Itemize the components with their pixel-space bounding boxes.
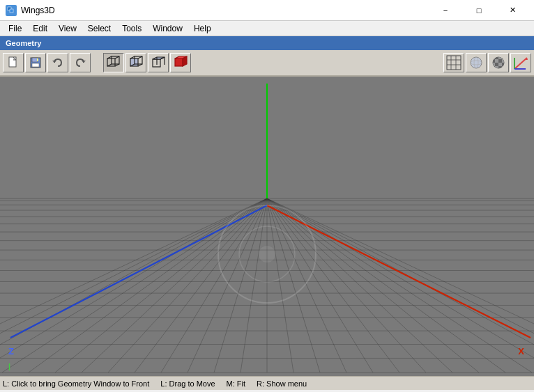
- svg-marker-7: [52, 61, 56, 63]
- geometry-panel-header: Geometry: [0, 36, 534, 50]
- z-axis-label: Z: [8, 346, 14, 356]
- svg-line-56: [514, 58, 527, 69]
- toolbar: [0, 50, 534, 77]
- right-toolbar: [443, 53, 531, 72]
- status-bar: L: Click to bring Geometry Window to Fro…: [0, 376, 534, 390]
- flat-button[interactable]: [488, 53, 509, 72]
- smooth-button[interactable]: [466, 53, 487, 72]
- svg-rect-51: [502, 63, 505, 66]
- minimize-button[interactable]: −: [429, 0, 461, 21]
- grid-canvas: [0, 77, 534, 376]
- axes-button[interactable]: [510, 53, 531, 72]
- x-axis-label: X: [518, 346, 524, 356]
- geometry-label-text: Geometry: [6, 39, 41, 47]
- grid-button[interactable]: [443, 53, 464, 72]
- new-button[interactable]: [3, 53, 24, 72]
- svg-point-35: [471, 57, 482, 68]
- status-hint-1: L: Click to bring Geometry Window to Fro…: [3, 379, 149, 388]
- menu-select[interactable]: Select: [82, 21, 116, 36]
- svg-rect-49: [495, 63, 498, 66]
- app-icon: [6, 5, 17, 16]
- y-axis-label-bottom: |: [8, 362, 10, 370]
- svg-marker-29: [183, 56, 187, 66]
- svg-marker-8: [82, 61, 86, 63]
- status-hint-3: M: Fit: [227, 379, 246, 388]
- redo-button[interactable]: [70, 53, 91, 72]
- viewport[interactable]: Z X |: [0, 77, 534, 376]
- svg-rect-41: [495, 56, 498, 59]
- view-front-button[interactable]: [125, 53, 146, 72]
- svg-rect-46: [498, 59, 502, 63]
- menu-window[interactable]: Window: [147, 21, 188, 36]
- svg-rect-54: [498, 66, 502, 70]
- menu-file[interactable]: File: [3, 21, 27, 36]
- svg-rect-27: [175, 58, 183, 66]
- svg-rect-1: [10, 9, 13, 13]
- svg-rect-6: [37, 58, 38, 61]
- svg-rect-5: [32, 63, 39, 67]
- view-perspective-button[interactable]: [103, 53, 124, 72]
- svg-rect-4: [32, 58, 38, 62]
- undo-button[interactable]: [47, 53, 68, 72]
- svg-rect-45: [495, 59, 498, 63]
- menu-help[interactable]: Help: [188, 21, 217, 36]
- svg-rect-48: [491, 63, 495, 66]
- window-title: Wings3D: [21, 6, 429, 15]
- status-hint-4: R: Show menu: [257, 379, 307, 388]
- svg-rect-44: [491, 59, 495, 63]
- title-bar: Wings3D − □ ✕: [0, 0, 534, 21]
- window-controls: − □ ✕: [429, 0, 528, 21]
- maximize-button[interactable]: □: [463, 0, 495, 21]
- save-button[interactable]: [25, 53, 46, 72]
- svg-rect-30: [447, 56, 461, 70]
- view-top-button[interactable]: [148, 53, 169, 72]
- menu-bar: File Edit View Select Tools Window Help: [0, 21, 534, 36]
- svg-rect-42: [498, 56, 502, 59]
- view-solid-button[interactable]: [170, 53, 191, 72]
- menu-edit[interactable]: Edit: [27, 21, 53, 36]
- close-button[interactable]: ✕: [496, 0, 528, 21]
- svg-rect-47: [502, 59, 505, 63]
- status-hint-2: L: Drag to Move: [160, 379, 215, 388]
- menu-view[interactable]: View: [53, 21, 82, 36]
- svg-rect-50: [498, 63, 502, 66]
- menu-tools[interactable]: Tools: [116, 21, 147, 36]
- svg-rect-53: [495, 66, 498, 70]
